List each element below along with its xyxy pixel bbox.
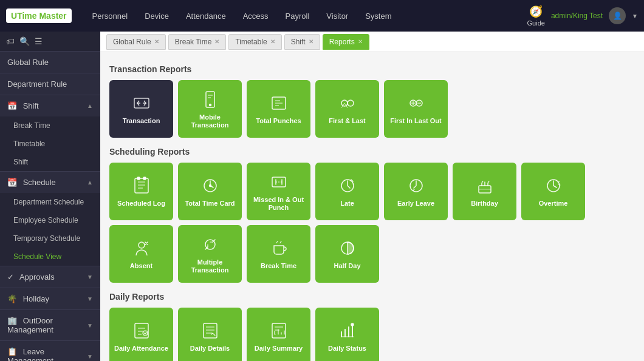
card-first-in-last-out[interactable]: First In Last Out xyxy=(384,80,448,138)
card-daily-details[interactable]: Daily Details xyxy=(178,308,242,361)
card-absent[interactable]: Absent xyxy=(109,225,173,283)
svg-rect-0 xyxy=(134,98,149,108)
logo[interactable]: UTime Master xyxy=(6,8,72,23)
tab-timetable[interactable]: Timetable ✕ xyxy=(228,34,281,50)
total-time-card-icon xyxy=(199,175,221,197)
transaction-section: Transaction Reports Transaction xyxy=(109,64,635,138)
sidebar-shift-sub: Break Time Timetable Shift xyxy=(0,116,100,171)
card-transaction-label: Transaction xyxy=(123,117,160,125)
user-info[interactable]: admin/King Test xyxy=(551,12,603,20)
sidebar-schedule-header[interactable]: 📆 Schedule ▲ xyxy=(0,172,100,193)
nav-access[interactable]: Access xyxy=(235,7,277,25)
sidebar-outdoor-header[interactable]: 🏢 OutDoor Management ▼ xyxy=(0,310,100,340)
tab-global-rule-close[interactable]: ✕ xyxy=(154,38,159,45)
card-mobile-transaction[interactable]: Mobile Transaction xyxy=(178,80,242,138)
nav-payroll[interactable]: Payroll xyxy=(277,7,318,25)
sidebar-section-approvals: ✓ Approvals ▼ xyxy=(0,266,100,288)
sidebar-approvals-header[interactable]: ✓ Approvals ▼ xyxy=(0,266,100,288)
sidebar-item-timetable[interactable]: Timetable xyxy=(0,135,100,153)
tag-icon[interactable]: 🏷 xyxy=(6,36,15,46)
nav-personnel[interactable]: Personnel xyxy=(84,7,137,25)
sidebar-item-emp-schedule[interactable]: Employee Schedule xyxy=(0,211,100,229)
card-scheduled-log[interactable]: Scheduled Log xyxy=(109,163,173,220)
sidebar-item-schedule-view[interactable]: Schedule View xyxy=(0,248,100,266)
user-avatar[interactable]: 👤 xyxy=(609,7,626,24)
dropdown-arrow[interactable]: ▼ xyxy=(632,13,638,19)
transaction-icon xyxy=(131,92,152,114)
card-birthday-label: Birthday xyxy=(471,200,498,207)
sidebar-section-holiday: 🌴 Holiday ▼ xyxy=(0,288,100,310)
sidebar-section-outdoor: 🏢 OutDoor Management ▼ xyxy=(0,310,100,341)
main-layout: 🏷 🔍 ☰ Global Rule Department Rule 📅 Shif… xyxy=(0,32,644,361)
nav-system[interactable]: System xyxy=(357,7,400,25)
tab-reports-close[interactable]: ✕ xyxy=(358,38,363,45)
sidebar-shift-label: Shift xyxy=(23,101,39,110)
daily-summary-icon xyxy=(268,320,290,342)
card-mobile-transaction-label: Mobile Transaction xyxy=(181,113,239,129)
card-daily-status[interactable]: Daily Status xyxy=(315,308,379,361)
svg-rect-8 xyxy=(135,178,148,193)
card-daily-attendance[interactable]: Daily Attendance xyxy=(109,308,173,361)
svg-point-5 xyxy=(348,100,354,106)
guide-button[interactable]: 🧭 Guide xyxy=(527,5,545,27)
sidebar-global-rule[interactable]: Global Rule xyxy=(0,52,100,73)
total-punches-icon xyxy=(268,92,290,114)
nav-attendance[interactable]: Attendance xyxy=(177,7,235,25)
tab-shift-close[interactable]: ✕ xyxy=(309,38,313,45)
sidebar: 🏷 🔍 ☰ Global Rule Department Rule 📅 Shif… xyxy=(0,32,100,361)
tab-reports-label: Reports xyxy=(329,38,355,46)
scheduling-section: Scheduling Reports Scheduled Log xyxy=(109,147,635,283)
card-missed-in-out[interactable]: Missed In & Out Punch xyxy=(247,163,310,220)
search-icon[interactable]: 🔍 xyxy=(19,36,30,46)
card-multiple-transaction[interactable]: Multiple Transaction xyxy=(178,225,242,283)
card-early-leave[interactable]: Early Leave xyxy=(384,163,448,220)
tabs-bar: Global Rule ✕ Break Time ✕ Timetable ✕ S… xyxy=(100,32,644,52)
card-scheduled-log-label: Scheduled Log xyxy=(117,200,165,207)
svg-rect-10 xyxy=(143,177,146,180)
transaction-cards: Transaction Mobile Transaction xyxy=(109,80,635,138)
sidebar-dept-rule[interactable]: Department Rule xyxy=(0,73,100,95)
card-overtime[interactable]: Overtime xyxy=(521,163,585,220)
scheduling-cards: Scheduled Log Total Time Card xyxy=(109,163,635,283)
tab-break-time-close[interactable]: ✕ xyxy=(214,38,219,45)
tab-shift[interactable]: Shift ✕ xyxy=(284,34,320,50)
card-first-last[interactable]: First & Last xyxy=(315,80,379,138)
card-half-day[interactable]: Half Day xyxy=(315,225,379,283)
card-late[interactable]: Late xyxy=(315,163,379,220)
nav-visitor[interactable]: Visitor xyxy=(318,7,357,25)
sidebar-holiday-header[interactable]: 🌴 Holiday ▼ xyxy=(0,288,100,309)
logo-accent: U xyxy=(11,11,17,21)
sidebar-leave-header[interactable]: 📋 Leave Management ▼ xyxy=(0,341,100,361)
sidebar-shift-header[interactable]: 📅 Shift ▲ xyxy=(0,95,100,116)
tab-timetable-close[interactable]: ✕ xyxy=(270,38,275,45)
card-transaction[interactable]: Transaction xyxy=(109,80,173,138)
card-total-punches[interactable]: Total Punches xyxy=(247,80,310,138)
tab-reports[interactable]: Reports ✕ xyxy=(323,34,369,50)
tab-break-time[interactable]: Break Time ✕ xyxy=(168,34,227,50)
card-daily-summary[interactable]: Daily Summary xyxy=(247,308,310,361)
card-late-label: Late xyxy=(340,200,354,207)
sidebar-item-temp-schedule[interactable]: Temporary Schedule xyxy=(0,229,100,248)
card-daily-attendance-label: Daily Attendance xyxy=(114,345,168,353)
card-total-time-card[interactable]: Total Time Card xyxy=(178,163,242,220)
outdoor-icon: 🏢 xyxy=(7,316,17,325)
nav-device[interactable]: Device xyxy=(136,7,177,25)
late-icon xyxy=(337,175,358,197)
daily-title: Daily Reports xyxy=(109,292,635,302)
card-break-time[interactable]: Break Time xyxy=(247,225,310,283)
sidebar-item-break-time[interactable]: Break Time xyxy=(0,116,100,135)
shift-arrow: ▲ xyxy=(87,103,93,109)
break-time-icon xyxy=(268,237,290,259)
sidebar-item-dept-schedule[interactable]: Department Schedule xyxy=(0,193,100,211)
scheduled-log-icon xyxy=(131,175,152,197)
card-missed-in-out-label: Missed In & Out Punch xyxy=(250,196,307,212)
sidebar-schedule-sub: Department Schedule Employee Schedule Te… xyxy=(0,193,100,266)
list-icon[interactable]: ☰ xyxy=(35,36,43,46)
tab-global-rule[interactable]: Global Rule ✕ xyxy=(106,34,166,50)
sidebar-section-dept-rule: Department Rule xyxy=(0,73,100,95)
card-birthday[interactable]: Birthday xyxy=(453,163,516,220)
sidebar-item-shift[interactable]: Shift xyxy=(0,153,100,171)
sidebar-toolbar: 🏷 🔍 ☰ xyxy=(0,32,100,52)
daily-status-icon xyxy=(337,320,358,342)
missed-in-out-icon xyxy=(268,171,290,193)
